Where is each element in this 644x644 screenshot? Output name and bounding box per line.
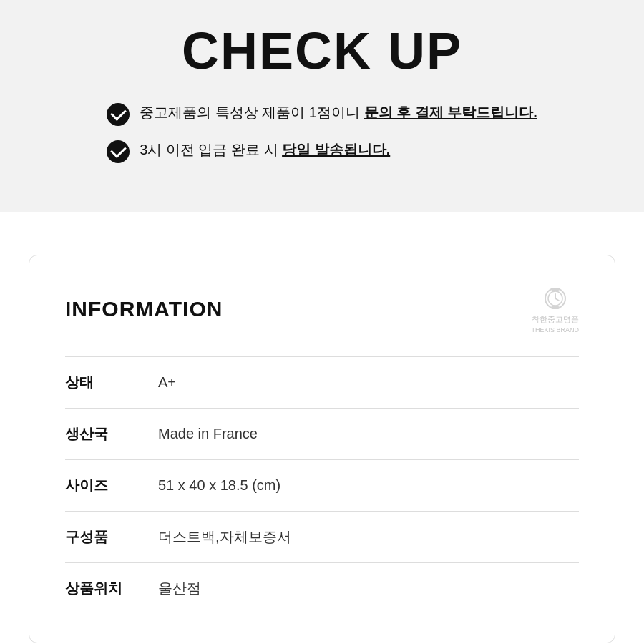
check-text-2: 3시 이전 입금 완료 시 당일 발송됩니다.	[140, 139, 390, 160]
value-origin: Made in France	[158, 408, 579, 459]
label-contents: 구성품	[65, 511, 158, 562]
check-icon-2	[107, 140, 130, 163]
svg-rect-4	[551, 288, 560, 291]
table-row: 구성품 더스트백,자체보증서	[65, 511, 579, 562]
svg-line-3	[555, 298, 559, 301]
check-bold-2: 당일 발송됩니다.	[282, 142, 390, 157]
value-contents: 더스트백,자체보증서	[158, 511, 579, 562]
table-row: 사이즈 51 x 40 x 18.5 (cm)	[65, 459, 579, 511]
header-section: CHECK UP 중고제품의 특성상 제품이 1점이니 문의 후 결제 부탁드립…	[0, 0, 644, 212]
info-section-title: INFORMATION	[65, 297, 223, 321]
label-location: 상품위치	[65, 562, 158, 614]
brand-logo-icon	[541, 284, 570, 313]
label-origin: 생산국	[65, 408, 158, 459]
table-row: 상품위치 울산점	[65, 562, 579, 614]
info-header: INFORMATION 착한중고명품THEKIS BRAND	[65, 284, 579, 335]
info-table: 상태 A+ 생산국 Made in France 사이즈 51 x 40 x 1…	[65, 356, 579, 614]
check-item-1: 중고제품의 특성상 제품이 1점이니 문의 후 결제 부탁드립니다.	[107, 102, 537, 126]
table-row: 상태 A+	[65, 356, 579, 408]
value-condition: A+	[158, 356, 579, 408]
checklist: 중고제품의 특성상 제품이 1점이니 문의 후 결제 부탁드립니다. 3시 이전…	[107, 102, 537, 176]
value-size: 51 x 40 x 18.5 (cm)	[158, 459, 579, 511]
brand-sub: THEKIS BRAND	[531, 326, 579, 333]
check-text-1: 중고제품의 특성상 제품이 1점이니 문의 후 결제 부탁드립니다.	[140, 102, 537, 123]
label-size: 사이즈	[65, 459, 158, 511]
page-title: CHECK UP	[43, 21, 601, 80]
value-location: 울산점	[158, 562, 579, 614]
information-section: INFORMATION 착한중고명품THEKIS BRAND 상태 A+	[29, 255, 615, 643]
check-icon-1	[107, 103, 130, 126]
brand-logo: 착한중고명품THEKIS BRAND	[531, 284, 579, 335]
check-item-2: 3시 이전 입금 완료 시 당일 발송됩니다.	[107, 139, 537, 163]
brand-name: 착한중고명품THEKIS BRAND	[531, 314, 579, 335]
check-bold-1: 문의 후 결제 부탁드립니다.	[364, 104, 537, 120]
svg-rect-5	[551, 306, 560, 309]
spacer	[0, 212, 644, 255]
label-condition: 상태	[65, 356, 158, 408]
table-row: 생산국 Made in France	[65, 408, 579, 459]
